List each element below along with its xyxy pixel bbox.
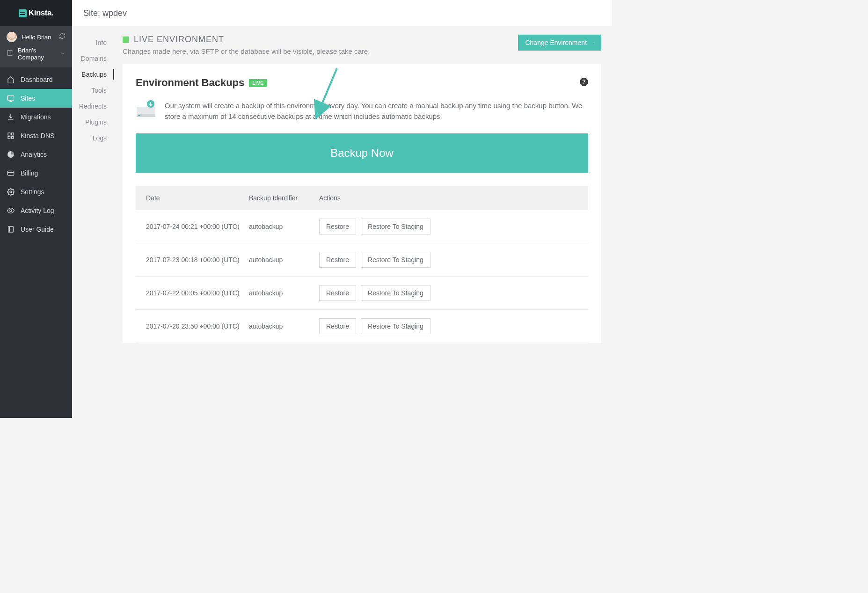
logo[interactable]: Kinsta. [0,0,72,26]
restore-staging-button[interactable]: Restore To Staging [361,318,430,334]
svg-rect-5 [11,136,14,139]
svg-point-8 [10,210,12,212]
cell-date: 2017-07-24 00:21 +00:00 (UTC) [146,223,249,230]
credit-card-icon [7,169,15,177]
change-env-label: Change Environment [525,39,587,46]
grid-icon [7,132,15,139]
live-badge: LIVE [249,79,267,87]
building-icon [7,50,13,58]
cell-actions: RestoreRestore To Staging [319,219,578,234]
svg-rect-12 [138,115,140,116]
cell-ident: autobackup [249,289,319,297]
svg-rect-0 [7,51,12,56]
card-title: Environment Backups [136,77,244,89]
svg-rect-6 [7,171,14,175]
restore-button[interactable]: Restore [319,285,356,301]
nav-label: Dashboard [21,76,53,83]
col-actions: Actions [319,194,578,202]
logo-icon [19,9,27,17]
table-row: 2017-07-24 00:21 +00:00 (UTC)autobackupR… [136,210,588,243]
book-icon [7,226,15,233]
cell-date: 2017-07-20 23:50 +00:00 (UTC) [146,322,249,330]
cell-ident: autobackup [249,322,319,330]
backups-table: Date Backup Identifier Actions 2017-07-2… [136,186,588,343]
nav-sites[interactable]: Sites [0,89,72,108]
table-row: 2017-07-23 00:18 +00:00 (UTC)autobackupR… [136,243,588,277]
info-text: Our system will create a backup of this … [165,100,588,122]
nav-label: Kinsta DNS [21,132,54,139]
cell-actions: RestoreRestore To Staging [319,285,578,301]
restore-button[interactable]: Restore [319,318,356,334]
nav-label: User Guide [21,226,54,233]
subnav-info[interactable]: Info [72,35,114,51]
nav-settings[interactable]: Settings [0,183,72,201]
nav-kinsta-dns[interactable]: Kinsta DNS [0,126,72,145]
restore-button[interactable]: Restore [319,219,356,234]
monitor-icon [7,95,15,102]
subnav-plugins[interactable]: Plugins [72,114,114,130]
pie-chart-icon [7,151,15,158]
avatar[interactable] [7,32,17,42]
backup-illustration-icon [136,100,156,121]
gear-icon [7,188,15,196]
restore-button[interactable]: Restore [319,252,356,268]
company-selector[interactable]: Brian's Company [7,47,66,61]
env-title: LIVE ENVIRONMENT [134,35,224,44]
eye-icon [7,207,15,214]
cell-date: 2017-07-23 00:18 +00:00 (UTC) [146,256,249,264]
nav-user-guide[interactable]: User Guide [0,220,72,239]
main-nav: Dashboard Sites Migrations Kinsta DNS An… [0,67,72,239]
nav-billing[interactable]: Billing [0,164,72,183]
restore-staging-button[interactable]: Restore To Staging [361,285,430,301]
nav-dashboard[interactable]: Dashboard [0,70,72,89]
subnav-tools[interactable]: Tools [72,82,114,98]
nav-migrations[interactable]: Migrations [0,108,72,126]
cell-ident: autobackup [249,223,319,230]
cell-actions: RestoreRestore To Staging [319,252,578,268]
subnav-domains[interactable]: Domains [72,51,114,66]
cell-date: 2017-07-22 00:05 +00:00 (UTC) [146,289,249,297]
page-title: Site: wpdev [83,8,127,18]
refresh-icon[interactable] [59,33,66,41]
nav-label: Billing [21,169,38,177]
sidebar: Kinsta. Hello Brian Brian's Company [0,0,72,418]
download-icon [7,113,15,121]
col-ident: Backup Identifier [249,194,319,202]
nav-label: Activity Log [21,207,54,214]
company-name: Brian's Company [18,47,55,61]
backup-now-button[interactable]: Backup Now [136,133,588,173]
col-date: Date [146,194,249,202]
svg-rect-4 [8,136,10,139]
nav-label: Migrations [21,113,51,121]
subnav-logs[interactable]: Logs [72,130,114,146]
backups-card: Environment Backups LIVE ? [123,64,601,343]
live-indicator-icon [123,37,129,43]
svg-rect-1 [7,96,14,100]
table-row: 2017-07-20 23:50 +00:00 (UTC)autobackupR… [136,310,588,343]
nav-analytics[interactable]: Analytics [0,145,72,164]
subnav-redirects[interactable]: Redirects [72,98,114,114]
home-icon [7,76,15,83]
nav-label: Settings [21,188,44,196]
subnav-backups[interactable]: Backups [72,66,114,82]
env-description: Changes made here, via SFTP or the datab… [123,47,370,55]
svg-rect-3 [11,133,14,135]
logo-text: Kinsta. [29,8,53,18]
user-greeting: Hello Brian [22,34,54,41]
cell-actions: RestoreRestore To Staging [319,318,578,334]
table-header: Date Backup Identifier Actions [136,186,588,210]
nav-activity-log[interactable]: Activity Log [0,201,72,220]
help-icon[interactable]: ? [580,78,588,86]
cell-ident: autobackup [249,256,319,264]
topbar: Site: wpdev [72,0,612,26]
change-environment-button[interactable]: Change Environment [518,35,601,51]
svg-rect-9 [8,227,14,232]
svg-rect-2 [8,133,10,135]
restore-staging-button[interactable]: Restore To Staging [361,219,430,234]
restore-staging-button[interactable]: Restore To Staging [361,252,430,268]
chevron-down-icon [60,50,66,58]
table-row: 2017-07-22 00:05 +00:00 (UTC)autobackupR… [136,277,588,310]
main-panel: LIVE ENVIRONMENT Changes made here, via … [114,26,612,418]
subnav: Info Domains Backups Tools Redirects Plu… [72,26,114,418]
svg-point-7 [10,191,12,193]
